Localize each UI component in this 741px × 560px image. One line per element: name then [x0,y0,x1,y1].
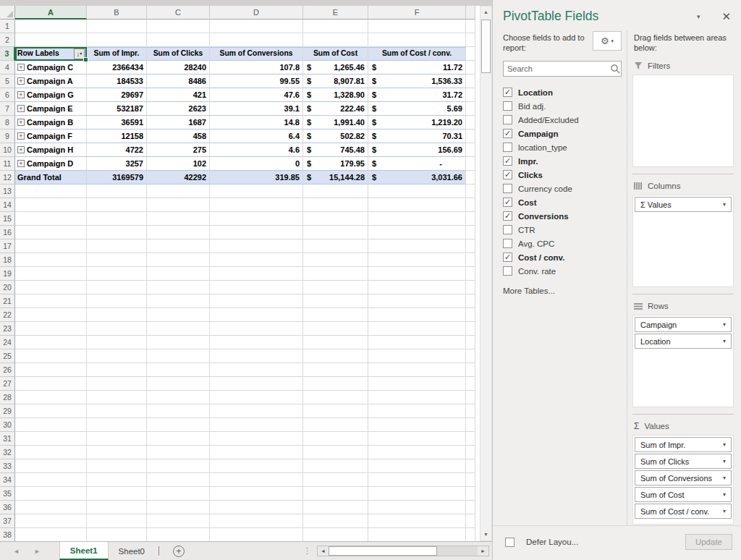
field-item-conv-rate[interactable]: Conv. rate [503,264,622,278]
cell[interactable] [87,446,147,459]
field-item-ctr[interactable]: CTR [503,223,622,237]
horizontal-scrollbar[interactable]: ◄ ► [317,546,489,556]
rows-drop-area[interactable]: Campaign▾Location▾ [632,315,734,407]
row-header-30[interactable]: 30 [0,418,15,432]
select-all-corner[interactable] [0,6,15,20]
cell[interactable] [15,446,87,459]
cell[interactable] [303,446,368,459]
cell[interactable] [466,102,475,116]
vertical-scroll-thumb[interactable] [481,20,491,73]
field-checkbox[interactable] [503,101,512,111]
cell[interactable] [147,239,210,253]
row-header-16[interactable]: 16 [0,226,15,239]
cell[interactable] [368,404,466,418]
cell[interactable] [368,501,466,514]
cell[interactable] [147,212,210,226]
more-tables-link[interactable]: More Tables... [503,287,622,295]
cell[interactable] [147,446,210,459]
rows-pill[interactable]: Location▾ [635,334,732,349]
row-header-23[interactable]: 23 [0,322,15,336]
cell[interactable] [210,418,303,432]
row-header-26[interactable]: 26 [0,363,15,377]
column-header-F[interactable]: F [368,6,466,20]
cell[interactable] [368,336,466,349]
grand-total-value[interactable]: 42292 [147,171,210,184]
cell[interactable] [15,308,87,322]
row-header-35[interactable]: 35 [0,487,15,501]
cell[interactable] [303,212,368,226]
horizontal-scroll-track[interactable] [437,546,478,556]
cell[interactable] [147,294,210,308]
cell[interactable] [147,473,210,487]
cell[interactable] [15,336,87,349]
cell[interactable] [87,514,147,528]
cell[interactable] [368,514,466,528]
grand-total-currency-cell[interactable]: $3,031.66 [368,171,466,184]
cell[interactable] [210,349,303,363]
cell[interactable] [466,88,475,102]
cell[interactable] [303,239,368,253]
columns-pill[interactable]: Σ Values▾ [635,197,732,212]
cell[interactable] [210,459,303,473]
values-pill[interactable]: Sum of Conversions▾ [635,470,732,485]
pivot-row-label[interactable]: +Campaign A [15,75,87,88]
row-header-15[interactable]: 15 [0,212,15,226]
cell[interactable] [15,432,87,446]
cell[interactable] [15,281,87,294]
expand-icon[interactable]: + [17,146,25,153]
cell[interactable] [466,418,475,432]
cell[interactable] [210,377,303,391]
row-header-4[interactable]: 4 [0,61,15,75]
field-item-location-type[interactable]: location_type [503,140,622,154]
cell[interactable] [368,487,466,501]
cell[interactable] [15,239,87,253]
expand-icon[interactable]: + [17,119,25,126]
cell[interactable] [466,294,475,308]
cell[interactable] [303,294,368,308]
cell[interactable] [368,459,466,473]
row-header-9[interactable]: 9 [0,130,15,143]
values-pill[interactable]: Sum of Cost▾ [635,487,732,502]
cell[interactable] [147,33,210,47]
pivot-row-label[interactable]: +Campaign D [15,157,87,171]
cell[interactable] [210,253,303,267]
cell[interactable] [368,363,466,377]
pivot-currency-cell[interactable]: $1,991.40 [303,116,368,130]
column-header-C[interactable]: C [147,6,210,20]
pivot-value-cell[interactable]: 1687 [147,116,210,130]
field-item-conversions[interactable]: ✓Conversions [503,209,622,223]
cell[interactable] [466,473,475,487]
cell[interactable] [303,33,368,47]
columns-drop-area[interactable]: Σ Values▾ [632,195,734,287]
row-header-31[interactable]: 31 [0,432,15,446]
cell[interactable] [210,33,303,47]
cell[interactable] [466,47,475,61]
cell[interactable] [368,33,466,47]
cell[interactable] [466,432,475,446]
cell[interactable] [210,322,303,336]
pivot-column-header[interactable]: Sum of Conversions [210,47,303,61]
pivot-currency-cell[interactable]: $11.72 [368,61,466,75]
pivot-currency-cell[interactable]: $5.69 [368,102,466,116]
pill-caret-icon[interactable]: ▾ [723,475,726,481]
pivot-value-cell[interactable]: 47.6 [210,88,303,102]
cell[interactable] [147,336,210,349]
pivot-currency-cell[interactable]: $- [368,157,466,171]
grand-total-value[interactable]: 319.85 [210,171,303,184]
field-item-bid-adj-[interactable]: Bid adj. [503,99,622,113]
row-header-24[interactable]: 24 [0,336,15,349]
cell[interactable] [466,171,475,184]
cell[interactable] [15,253,87,267]
values-pill[interactable]: Sum of Cost / conv.▾ [635,504,732,519]
cell[interactable] [303,20,368,33]
pivot-currency-cell[interactable]: $1,328.90 [303,88,368,102]
cell[interactable] [368,294,466,308]
pane-close-icon[interactable]: ✕ [721,10,731,23]
cell[interactable] [368,418,466,432]
cell[interactable] [466,61,475,75]
column-header-B[interactable]: B [87,6,147,20]
cell[interactable] [368,432,466,446]
cell[interactable] [466,253,475,267]
pivot-value-cell[interactable]: 36591 [87,116,147,130]
cell[interactable] [147,322,210,336]
